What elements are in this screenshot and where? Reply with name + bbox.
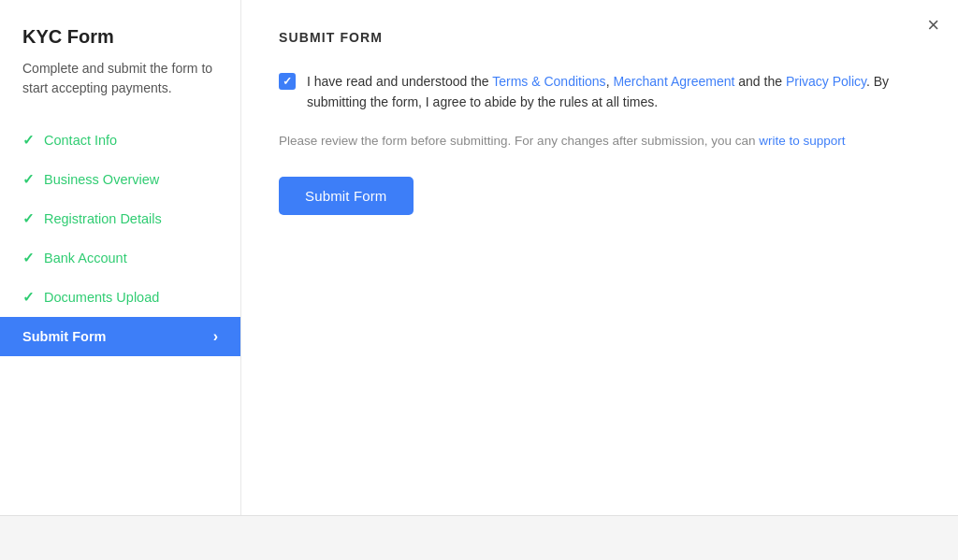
check-icon: ✓ <box>22 210 35 227</box>
sidebar-nav: ✓ Contact Info ✓ Business Overview ✓ Reg… <box>0 109 240 515</box>
sidebar-item-label: Contact Info <box>44 133 117 148</box>
chevron-icon: › <box>213 328 218 345</box>
sidebar-subtitle: Complete and submit the form to start ac… <box>22 59 218 98</box>
sidebar-item-label: Registration Details <box>44 211 162 226</box>
privacy-policy-link[interactable]: Privacy Policy <box>786 74 866 89</box>
sidebar-item-label: Bank Account <box>44 251 127 266</box>
agreement-text-mid2: and the <box>734 74 786 89</box>
sidebar-item-documents-upload[interactable]: ✓ Documents Upload <box>0 278 240 317</box>
sidebar: KYC Form Complete and submit the form to… <box>0 0 241 515</box>
check-icon: ✓ <box>22 289 35 306</box>
bottom-bar <box>0 515 958 560</box>
sidebar-item-registration-details[interactable]: ✓ Registration Details <box>0 199 240 238</box>
agreement-row: ✓ I have read and understood the Terms &… <box>279 71 921 113</box>
modal-body: KYC Form Complete and submit the form to… <box>0 0 958 515</box>
sidebar-item-bank-account[interactable]: ✓ Bank Account <box>0 238 240 278</box>
sidebar-item-label: Documents Upload <box>44 290 159 305</box>
sidebar-item-label: Submit Form <box>22 329 106 344</box>
section-title: SUBMIT FORM <box>279 30 921 45</box>
close-button[interactable]: × <box>927 15 939 36</box>
check-icon: ✓ <box>22 132 35 149</box>
main-content: × SUBMIT FORM ✓ I have read and understo… <box>241 0 958 515</box>
terms-conditions-link[interactable]: Terms & Conditions <box>492 74 605 89</box>
sidebar-item-business-overview[interactable]: ✓ Business Overview <box>0 160 240 199</box>
helper-text-before: Please review the form before submitting… <box>279 134 759 148</box>
checkmark-icon: ✓ <box>283 75 292 88</box>
sidebar-item-label: Business Overview <box>44 172 159 187</box>
agreement-text: I have read and understood the Terms & C… <box>307 71 921 113</box>
agreement-checkbox[interactable]: ✓ <box>279 73 296 90</box>
sidebar-title: KYC Form <box>22 26 218 48</box>
helper-text: Please review the form before submitting… <box>279 132 921 151</box>
check-icon: ✓ <box>22 250 35 266</box>
sidebar-header: KYC Form Complete and submit the form to… <box>0 0 240 109</box>
sidebar-item-submit-form[interactable]: Submit Form › <box>0 317 240 356</box>
check-icon: ✓ <box>22 171 35 188</box>
sidebar-item-contact-info[interactable]: ✓ Contact Info <box>0 121 240 160</box>
modal-wrapper: KYC Form Complete and submit the form to… <box>0 0 958 560</box>
write-to-support-link[interactable]: write to support <box>759 134 845 148</box>
submit-form-button[interactable]: Submit Form <box>279 177 414 215</box>
merchant-agreement-link[interactable]: Merchant Agreement <box>613 74 734 89</box>
agreement-text-before: I have read and understood the <box>307 74 492 89</box>
